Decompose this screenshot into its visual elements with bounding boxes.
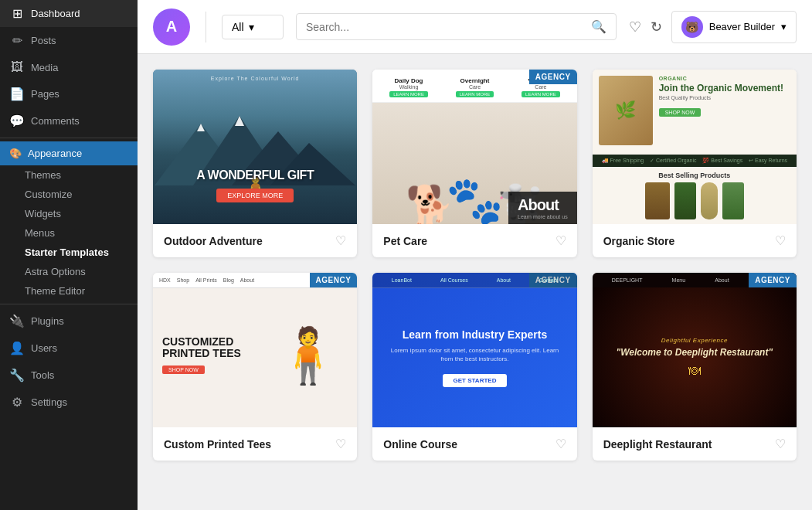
nav-home: HDX [159,277,171,283]
tshirt-cta: SHOP NOW [162,366,205,374]
best-selling-title: Best Selling Products [599,172,790,179]
card-footer-course: Online Course ♡ [372,427,576,461]
chevron-down-icon: ▾ [249,21,254,33]
product-images: 🌿 [599,76,653,148]
tools-icon: 🔧 [9,368,25,382]
organic-headline: Join the Organic Movement! [659,83,790,94]
tshirt-text-area: CUSTOMIZEDPRINTED TEES SHOP NOW [162,336,241,376]
organic-desc: Best Quality Products [659,95,790,100]
card-footer-restaurant: Deeplight Restaurant ♡ [593,427,797,461]
card-footer-pet: Pet Care ♡ [372,224,576,257]
dog-2: 🐾 [446,173,504,224]
logo-letter: A [166,18,177,36]
sidebar-item-dashboard[interactable]: ⊞ Dashboard [0,0,138,27]
favorite-icon-pet[interactable]: ♡ [555,233,566,248]
agency-badge-restaurant: AGENCY [749,273,797,287]
nav-blog: Blog [223,277,234,283]
restaurant-text: Delightful Experience "Welcome to Deepli… [617,337,773,378]
refresh-icon[interactable]: ↻ [651,19,662,36]
course-cta: GET STARTED [443,374,508,387]
sidebar-item-label: Comments [31,115,80,127]
header-separator [206,12,206,42]
sidebar-item-label: Settings [31,396,67,408]
active-indicator [134,141,138,165]
favorite-icon-outdoor[interactable]: ♡ [335,233,346,248]
card-footer-organic: Organic Store ♡ [593,224,797,257]
service-btn-2: LEARN MORE [456,91,494,97]
favorite-icon-tshirt[interactable]: ♡ [335,437,346,451]
service-overnight: Overnight Care LEARN MORE [456,77,494,97]
dashboard-icon: ⊞ [9,6,25,21]
pages-icon: 📄 [9,87,25,101]
sidebar-item-pages[interactable]: 📄 Pages [0,80,138,107]
card-headline: A WONDERFUL GIFT [196,168,314,182]
cnav-contact: Contact [539,277,558,283]
filter-label: All [232,21,244,33]
sidebar-item-label: Tools [31,369,54,381]
template-card-course[interactable]: AGENCY LoanBot All Courses About Contact… [372,273,576,461]
sidebar-item-comments[interactable]: 💬 Comments [0,107,138,134]
nav-prints: All Prints [195,277,217,283]
sidebar-sub-theme-editor[interactable]: Theme Editor [0,281,138,301]
organic-brand: ORGANIC [659,76,790,81]
card-footer-tshirt: Custom Printed Tees ♡ [153,427,357,461]
sidebar-sub-menus[interactable]: Menus [0,223,138,243]
beaver-builder-button[interactable]: 🐻 Beaver Builder ▾ [671,11,797,43]
beaver-avatar: 🐻 [681,16,703,38]
tagline: Explore The Colourful World [153,76,357,81]
sidebar-item-tools[interactable]: 🔧 Tools [0,362,138,389]
sidebar-item-label: Plugins [31,315,64,327]
favorite-icon-course[interactable]: ♡ [555,437,566,451]
card-preview-organic: 🌿 ORGANIC Join the Organic Movement! Bes… [593,70,797,224]
course-content: Learn from Industry Experts Lorem ipsum … [385,328,564,386]
nav-shop: Shop [177,277,189,283]
organic-cta: SHOP NOW [659,108,702,117]
restaurant-decoration: 🍽 [617,364,773,378]
template-card-tshirt[interactable]: AGENCY HDX Shop All Prints Blog About CU… [153,273,357,461]
rnav-about: About [715,277,729,283]
service-walking: Daily Dog Walking LEARN MORE [389,77,428,97]
sidebar-item-plugins[interactable]: 🔌 Plugins [0,308,138,335]
about-overlay: About Learn more about us [508,192,577,224]
media-icon: 🖼 [9,60,25,74]
templates-grid: Explore The Colourful World A WONDERFUL … [153,70,797,461]
sidebar-item-appearance[interactable]: 🎨 Appearance [0,141,138,165]
favorites-icon[interactable]: ♡ [629,19,641,36]
template-card-outdoor-adventure[interactable]: Explore The Colourful World A WONDERFUL … [153,70,357,257]
template-card-restaurant[interactable]: AGENCY DEEPLIGHT Menu About Contact [593,273,797,461]
product-2 [674,182,696,219]
favorite-icon-organic[interactable]: ♡ [775,233,786,248]
templates-grid-area: Explore The Colourful World A WONDERFUL … [138,54,812,510]
sidebar-sub-starter-templates[interactable]: Starter Templates [0,243,118,262]
sidebar-sub-customize[interactable]: Customize [0,185,138,204]
card-title-tshirt: Custom Printed Tees [164,438,271,450]
product-bag: 🌿 [599,76,653,145]
card-preview-pet: AGENCY Daily Dog Walking LEARN MORE Over… [372,70,576,224]
service-btn-3: LEARN MORE [522,91,560,97]
sidebar-sub-widgets[interactable]: Widgets [0,204,138,223]
product-items [599,182,790,219]
sidebar-item-settings[interactable]: ⚙ Settings [0,389,138,416]
search-box[interactable]: 🔍 [296,13,617,40]
search-icon: 🔍 [591,19,606,34]
template-card-organic-store[interactable]: 🌿 ORGANIC Join the Organic Movement! Bes… [593,70,797,257]
divider [0,138,138,138]
card-title-organic: Organic Store [603,235,675,247]
card-content: A WONDERFUL GIFT EXPLORE MORE [196,168,314,202]
organic-dark-bar: 🚚 Free Shipping ✓ Certified Organic 💯 Be… [593,155,797,167]
feature-3: 💯 Best Savings [702,158,742,164]
feature-2: ✓ Certified Organic [650,158,696,164]
sidebar-sub-themes[interactable]: Themes [0,165,138,185]
sidebar-sub-astra-options[interactable]: Astra Options [0,262,138,281]
sidebar-item-users[interactable]: 👤 Users [0,335,138,362]
cnav-courses: All Courses [440,277,468,283]
search-input[interactable] [306,21,585,33]
favorite-icon-restaurant[interactable]: ♡ [775,437,786,451]
filter-dropdown[interactable]: All ▾ [222,15,284,39]
plugins-icon: 🔌 [9,314,25,328]
sidebar-item-media[interactable]: 🖼 Media [0,54,138,80]
appearance-icon: 🎨 [9,148,22,159]
sidebar-item-posts[interactable]: ✏ Posts [0,27,138,54]
agency-badge-tshirt: AGENCY [310,273,358,287]
template-card-pet-care[interactable]: AGENCY Daily Dog Walking LEARN MORE Over… [372,70,576,257]
